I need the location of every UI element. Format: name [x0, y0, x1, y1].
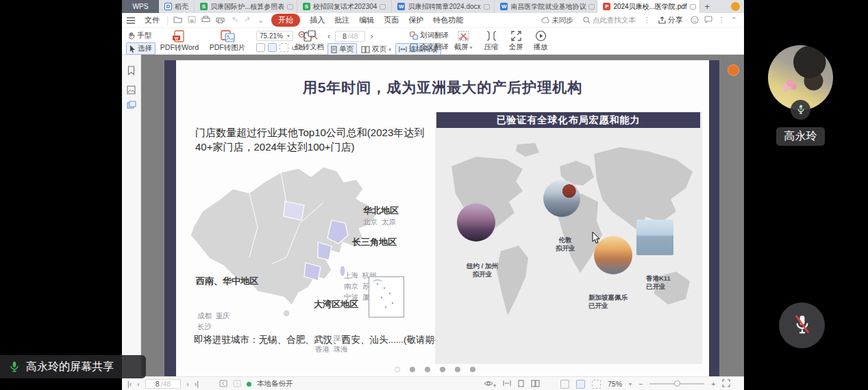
next-page-icon[interactable]: › [370, 31, 373, 41]
account-avatar[interactable] [731, 2, 740, 11]
pager-dot-active[interactable] [395, 367, 400, 372]
zoom-slider[interactable] [649, 383, 704, 385]
ribbon-tab-insert[interactable]: 插入 [305, 15, 330, 25]
ribbon-tab-protect[interactable]: 保护 [404, 15, 428, 25]
zoom-slider-knob[interactable] [674, 380, 680, 387]
tab-doc-2[interactable]: W 南昌医学院就业基地协议 [495, 0, 597, 13]
tab-docer[interactable]: D 稻壳 [159, 0, 195, 13]
participant-mic-badge [791, 100, 810, 120]
statusbar-zoom-value[interactable]: 75% [608, 380, 622, 388]
compress-button[interactable]: 压缩 [480, 30, 503, 52]
next-page-icon[interactable]: › [186, 380, 189, 388]
slide-left-border [164, 60, 176, 376]
tab-label: 稻壳 [175, 2, 188, 12]
print-icon[interactable] [199, 16, 213, 25]
double-page-button[interactable]: 双页 ▾ [361, 44, 391, 54]
pager-dot[interactable] [455, 367, 460, 372]
hamburger-icon[interactable] [122, 17, 140, 24]
ribbon-tab-edit[interactable]: 编辑 [354, 15, 379, 25]
participant-name-badge: 高永玲 [776, 127, 825, 146]
chevron-down-icon: ▾ [287, 33, 290, 39]
marquee-zoom-icon[interactable] [280, 43, 288, 52]
chevron-down-icon[interactable]: ▾ [629, 381, 632, 387]
double-page-icon[interactable] [531, 380, 540, 389]
file-menu[interactable]: 文件 [140, 15, 164, 25]
backup-status-label[interactable]: 本地备份开 [257, 379, 293, 389]
mic-on-icon [8, 359, 21, 374]
zoom-out-button[interactable]: − [638, 380, 643, 388]
single-page-icon[interactable] [518, 380, 524, 389]
tab-sheet-2[interactable]: S 校招回复话术202304 [297, 0, 392, 13]
statusbar-page-input[interactable]: 8 /48 [145, 379, 181, 389]
emoji-feedback-icon[interactable] [688, 16, 702, 25]
fit-width-icon[interactable] [560, 380, 569, 389]
fullscreen-toggle-icon[interactable] [722, 379, 730, 389]
rotate-document-button[interactable]: 旋转文档 [290, 30, 329, 52]
pager-dot[interactable] [440, 367, 445, 372]
marquee-zoom-icon[interactable] [592, 380, 601, 389]
open-folder-icon[interactable] [171, 16, 185, 25]
new-tab-button[interactable]: + [700, 0, 714, 13]
ribbon-tab-features[interactable]: 特色功能 [428, 15, 468, 25]
screenshot-label: 截屏 [454, 42, 468, 52]
full-translate-button[interactable]: 文 全文翻译 [410, 42, 449, 52]
london-label: 伦敦拟开业 [556, 220, 575, 269]
bookmark-icon[interactable] [127, 66, 136, 75]
read-mode-icon[interactable]: ▾ [484, 380, 496, 389]
message-icon[interactable] [702, 16, 715, 25]
overflow-dots-icon[interactable]: ⋮ [641, 16, 654, 25]
pdf-to-image-button[interactable]: PDF转图片 [206, 30, 249, 53]
word-translate-button[interactable]: 划词翻译 [410, 31, 449, 40]
find-text-box[interactable]: 点此查找文本 [578, 16, 641, 25]
prev-page-icon[interactable]: ‹ [137, 380, 140, 388]
redo-icon[interactable] [241, 16, 255, 25]
screenshot-button[interactable]: 截屏▾ [449, 30, 477, 52]
pager-dot[interactable] [410, 367, 415, 372]
tab-sheet-1[interactable]: S 贝康国际护...核算参照表 [195, 0, 297, 13]
slide-pager-dots[interactable] [395, 367, 475, 372]
zoom-in-button[interactable]: + [711, 380, 715, 388]
current-page: 8 [343, 32, 347, 40]
hand-tool[interactable]: 手型 [127, 31, 151, 40]
prev-page-icon[interactable]: ‹ [327, 31, 330, 41]
thumbnail-panel-icon[interactable] [127, 85, 136, 94]
single-page-button[interactable]: 单页 [327, 43, 357, 55]
sync-status[interactable]: 未同步 [536, 16, 578, 25]
microphone-muted-button[interactable] [779, 302, 825, 348]
more-dropdown-icon[interactable]: ⌄ [255, 16, 266, 25]
more-menu-icon[interactable]: ⋮ [715, 16, 728, 25]
pager-dot[interactable] [425, 367, 430, 372]
select-tool[interactable]: 选择 [126, 42, 156, 55]
fit-page-icon[interactable] [576, 380, 585, 389]
wps-float-logo[interactable] [728, 64, 739, 76]
tab-pdf-active[interactable]: P 2024贝康校...医学院.pdf × [597, 0, 700, 13]
first-page-icon[interactable]: |‹ [127, 380, 132, 388]
singapore-label: 新加坡嘉佩乐已开业 [588, 277, 628, 326]
next-view-icon[interactable] [233, 380, 241, 389]
ribbon-tab-page[interactable]: 页面 [379, 15, 404, 25]
region-bay-name: 大湾区地区 [314, 298, 358, 311]
wps-menu-button[interactable]: WPS [122, 0, 159, 13]
last-page-icon[interactable]: ›| [195, 380, 199, 388]
play-button[interactable]: 播放 [529, 30, 552, 52]
save-icon[interactable] [185, 16, 199, 25]
layers-panel-icon[interactable] [127, 100, 136, 109]
print-preview-icon[interactable] [213, 16, 227, 25]
pager-dot[interactable] [470, 367, 475, 372]
prev-view-icon[interactable] [219, 380, 227, 389]
undo-icon[interactable] [227, 16, 241, 25]
play-label: 播放 [534, 42, 548, 52]
pdf-to-word-button[interactable]: W PDF转Word [158, 30, 201, 53]
fit-page-icon[interactable] [268, 43, 277, 52]
page-number-input[interactable]: 8 /48 [335, 31, 365, 42]
ribbon-tab-home[interactable]: 开始 [271, 14, 300, 27]
share-button[interactable]: 分享 [654, 15, 688, 25]
fit-width-icon[interactable] [256, 43, 265, 52]
fullscreen-button[interactable]: 全屏 [504, 30, 528, 52]
find-text-placeholder: 点此查找文本 [593, 16, 636, 25]
collapse-ribbon-icon[interactable]: ⌃ [728, 16, 740, 25]
tab-doc-1[interactable]: W 贝康招聘简章2024.docx [392, 0, 495, 13]
zoom-level-dropdown[interactable]: 75.21% ▾ [256, 31, 293, 41]
ribbon-tab-comment[interactable]: 批注 [330, 15, 354, 25]
continuous-read-icon[interactable] [503, 380, 511, 388]
